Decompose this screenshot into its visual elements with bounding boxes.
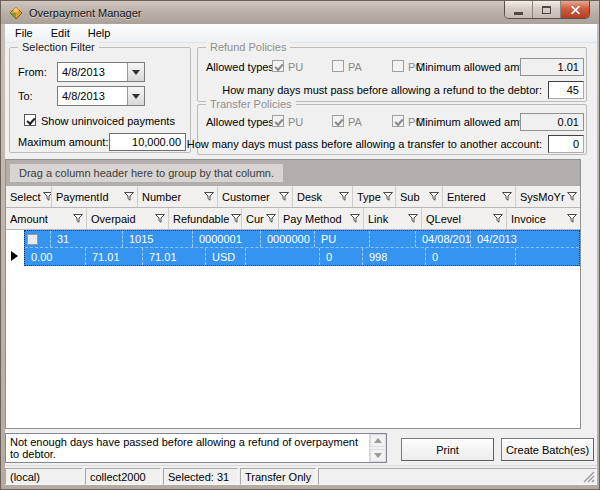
col-label: Overpaid xyxy=(91,213,136,225)
filter-icon[interactable] xyxy=(124,192,134,201)
filter-icon[interactable] xyxy=(231,214,241,223)
cell-entered: 04/08/2013 xyxy=(416,231,471,247)
filter-icon[interactable] xyxy=(204,192,214,201)
col-header-overpaid[interactable]: Overpaid xyxy=(87,208,169,229)
create-batches-button[interactable]: Create Batch(es) xyxy=(501,438,594,461)
col-header-invoice[interactable]: Invoice xyxy=(507,208,580,229)
col-header-amount[interactable]: Amount xyxy=(6,208,87,229)
cell-qlevel: 998 xyxy=(363,248,426,265)
transfer-type-pa-checkbox[interactable] xyxy=(332,115,344,127)
menu-help[interactable]: Help xyxy=(80,25,119,41)
col-header-link[interactable]: Link xyxy=(364,208,422,229)
refund-type-pu-label: PU xyxy=(288,61,303,73)
table-row[interactable]: 31 1015 0000001 0000000 PU 04/08/2013 04… xyxy=(24,230,580,266)
print-button[interactable]: Print xyxy=(401,438,494,461)
cell-cur: USD xyxy=(206,248,246,265)
cell-refundable: 71.01 xyxy=(143,248,206,265)
transfer-type-pc-checkbox[interactable] xyxy=(392,115,404,127)
filter-icon[interactable] xyxy=(408,214,418,223)
cell-select[interactable] xyxy=(25,231,51,247)
filter-icon[interactable] xyxy=(567,192,577,201)
close-icon xyxy=(570,4,581,15)
minimize-button[interactable] xyxy=(505,1,533,18)
record-line-1: 31 1015 0000001 0000000 PU 04/08/2013 04… xyxy=(25,231,579,248)
from-label: From: xyxy=(18,66,47,78)
scroll-down-button[interactable] xyxy=(370,449,386,462)
col-header-entered[interactable]: Entered xyxy=(443,186,516,207)
cell-number: 1015 xyxy=(123,231,193,247)
payments-grid: Drag a column header here to group by th… xyxy=(5,159,581,429)
filter-icon[interactable] xyxy=(279,192,289,201)
groupby-panel[interactable]: Drag a column header here to group by th… xyxy=(6,160,580,186)
to-dropdown-button[interactable] xyxy=(127,87,144,105)
filter-icon[interactable] xyxy=(73,214,83,223)
filter-icon[interactable] xyxy=(493,214,503,223)
refund-min-amt-input[interactable]: 1.01 xyxy=(520,58,584,76)
filter-icon[interactable] xyxy=(43,192,52,201)
col-header-paymethod[interactable]: Pay Method xyxy=(279,208,364,229)
refund-type-pc-checkbox[interactable] xyxy=(392,60,404,72)
col-label: Sub xyxy=(400,191,420,203)
filter-icon[interactable] xyxy=(502,192,512,201)
filter-icon[interactable] xyxy=(383,192,393,201)
col-header-refundable[interactable]: Refundable xyxy=(169,208,242,229)
col-header-customer[interactable]: Customer xyxy=(218,186,293,207)
col-header-select[interactable]: Select xyxy=(6,186,52,207)
row-select-checkbox[interactable] xyxy=(27,234,38,245)
app-window: Overpayment Manager File Edit Help Selec… xyxy=(0,0,600,490)
transfer-days-input[interactable]: 0 xyxy=(548,135,584,153)
col-header-paymentid[interactable]: PaymentId xyxy=(52,186,138,207)
col-header-sub[interactable]: Sub xyxy=(396,186,443,207)
from-dropdown-button[interactable] xyxy=(127,63,144,81)
message-scrollbar[interactable] xyxy=(369,434,386,462)
validation-message-box[interactable]: Not enough days have passed before allow… xyxy=(5,433,387,463)
col-header-desk[interactable]: Desk xyxy=(293,186,353,207)
to-date-combo[interactable]: 4/8/2013 xyxy=(57,86,145,106)
title-bar[interactable]: Overpayment Manager xyxy=(1,1,599,24)
show-uninvoiced-checkbox[interactable] xyxy=(24,114,36,126)
close-button[interactable] xyxy=(561,1,589,18)
record-line-2: 0.00 71.01 71.01 USD 0 998 0 xyxy=(25,248,579,265)
refund-type-pu-checkbox[interactable] xyxy=(272,60,284,72)
cell-customer: 0000001 xyxy=(193,231,261,247)
menu-file[interactable]: File xyxy=(7,25,41,41)
col-label: Pay Method xyxy=(283,213,342,225)
from-date-combo[interactable]: 4/8/2013 xyxy=(57,62,145,82)
col-header-cur[interactable]: Cur xyxy=(242,208,279,229)
maximize-button[interactable] xyxy=(533,1,561,18)
resize-grip-icon[interactable] xyxy=(583,471,595,483)
max-amount-input[interactable]: 10,000.00 xyxy=(109,133,186,151)
filter-icon[interactable] xyxy=(429,192,439,201)
col-label: QLevel xyxy=(426,213,461,225)
transfer-days-value: 0 xyxy=(573,138,579,150)
refund-min-amt-label: Minimum allowed amt: xyxy=(416,61,525,73)
transfer-allowed-types-label: Allowed types: xyxy=(206,116,277,128)
col-header-qlevel[interactable]: QLevel xyxy=(422,208,507,229)
col-label: Entered xyxy=(447,191,486,203)
transfer-min-amt-input[interactable]: 0.01 xyxy=(520,113,584,131)
col-header-number[interactable]: Number xyxy=(138,186,218,207)
cell-invoice: 0 xyxy=(426,248,516,265)
refund-days-input[interactable]: 45 xyxy=(548,81,584,99)
status-extra xyxy=(318,468,597,485)
filter-icon[interactable] xyxy=(155,214,165,223)
filter-icon[interactable] xyxy=(567,214,577,223)
col-label: PaymentId xyxy=(56,191,109,203)
max-amount-value: 10,000.00 xyxy=(132,136,181,148)
cell-amount: 0.00 xyxy=(25,248,86,265)
cell-trailing-blank xyxy=(516,248,579,265)
menu-edit[interactable]: Edit xyxy=(43,25,78,41)
filter-icon[interactable] xyxy=(350,214,360,223)
filter-icon[interactable] xyxy=(266,214,276,223)
col-header-sysmoyr[interactable]: SysMoYr xyxy=(516,186,580,207)
cell-sub xyxy=(370,231,416,247)
window-title: Overpayment Manager xyxy=(29,7,142,19)
scroll-up-button[interactable] xyxy=(370,434,386,447)
filter-icon[interactable] xyxy=(339,192,349,201)
transfer-type-pu-checkbox[interactable] xyxy=(272,115,284,127)
col-label: Amount xyxy=(10,213,48,225)
refund-type-pa-checkbox[interactable] xyxy=(332,60,344,72)
header-row-2: Amount Overpaid Refundable Cur Pay Metho… xyxy=(6,208,580,230)
cell-paymethod xyxy=(246,248,320,265)
col-header-type[interactable]: Type xyxy=(353,186,396,207)
